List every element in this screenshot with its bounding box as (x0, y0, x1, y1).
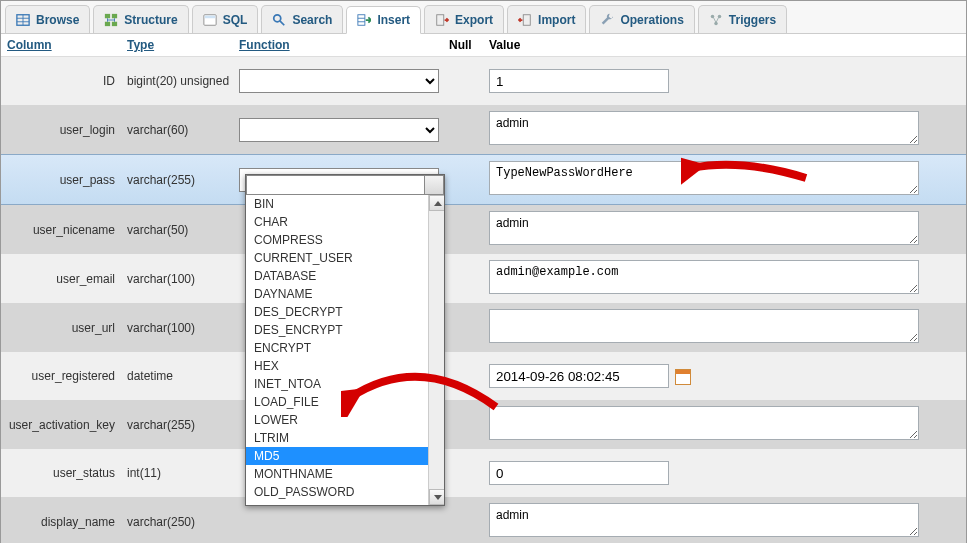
column-name: user_login (7, 123, 127, 137)
tab-label: Insert (377, 13, 410, 27)
function-select[interactable] (239, 69, 439, 93)
column-type: varchar(60) (127, 123, 239, 137)
svg-rect-16 (523, 14, 530, 25)
row-display_name: display_namevarchar(250) (1, 497, 966, 543)
tab-operations[interactable]: Operations (589, 5, 694, 33)
row-user_login: user_loginvarchar(60) (1, 105, 966, 154)
svg-rect-4 (105, 13, 110, 17)
row-user_activation_key: user_activation_keyvarchar(255) (1, 400, 966, 449)
tab-import[interactable]: Import (507, 5, 586, 33)
dropdown-item-current_user[interactable]: CURRENT_USER (246, 249, 444, 267)
function-cell (239, 118, 449, 142)
sql-icon (203, 13, 217, 27)
header-type[interactable]: Type (127, 38, 154, 52)
search-icon (272, 13, 286, 27)
dropdown-item-ltrim[interactable]: LTRIM (246, 429, 444, 447)
value-textarea[interactable] (489, 260, 919, 294)
dropdown-item-password[interactable]: PASSWORD (246, 501, 444, 505)
dropdown-item-des_decrypt[interactable]: DES_DECRYPT (246, 303, 444, 321)
tab-sql[interactable]: SQL (192, 5, 259, 33)
tab-label: Search (292, 13, 332, 27)
scroll-down-icon[interactable] (429, 489, 444, 505)
column-type: varchar(255) (127, 173, 239, 187)
svg-rect-7 (112, 21, 117, 25)
import-icon (518, 13, 532, 27)
dropdown-item-char[interactable]: CHAR (246, 213, 444, 231)
function-dropdown-list[interactable]: BINCHARCOMPRESSCURRENT_USERDATABASEDAYNA… (246, 195, 444, 505)
dropdown-item-monthname[interactable]: MONTHNAME (246, 465, 444, 483)
dropdown-item-des_encrypt[interactable]: DES_ENCRYPT (246, 321, 444, 339)
tab-search[interactable]: Search (261, 5, 343, 33)
column-type: datetime (127, 369, 239, 383)
dropdown-item-lower[interactable]: LOWER (246, 411, 444, 429)
value-cell (489, 260, 960, 297)
dropdown-item-md5[interactable]: MD5 (246, 447, 444, 465)
function-dropdown-head[interactable] (246, 175, 444, 195)
value-cell (489, 364, 960, 388)
value-input[interactable] (489, 69, 669, 93)
structure-icon (104, 13, 118, 27)
svg-line-11 (280, 20, 284, 24)
tab-bar: Browse Structure SQL Search Insert Expor… (1, 1, 966, 34)
dropdown-item-encrypt[interactable]: ENCRYPT (246, 339, 444, 357)
calendar-icon[interactable] (675, 369, 691, 385)
wrench-icon (600, 13, 614, 27)
column-name: user_activation_key (7, 418, 127, 432)
dropdown-item-dayname[interactable]: DAYNAME (246, 285, 444, 303)
value-cell (489, 461, 960, 485)
row-user_url: user_urlvarchar(100) (1, 303, 966, 352)
tab-browse[interactable]: Browse (5, 5, 90, 33)
column-type: varchar(250) (127, 515, 239, 529)
value-cell (489, 503, 960, 540)
svg-rect-15 (437, 14, 444, 25)
value-input[interactable] (489, 364, 669, 388)
function-select[interactable] (239, 118, 439, 142)
value-textarea[interactable] (489, 211, 919, 245)
tab-label: Triggers (729, 13, 776, 27)
tab-export[interactable]: Export (424, 5, 504, 33)
insert-icon (357, 13, 371, 27)
column-type: varchar(100) (127, 321, 239, 335)
tab-triggers[interactable]: Triggers (698, 5, 787, 33)
scroll-up-icon[interactable] (429, 195, 444, 211)
svg-rect-5 (112, 13, 117, 17)
tab-insert[interactable]: Insert (346, 6, 421, 34)
header-null: Null (449, 38, 472, 52)
function-dropdown-open[interactable]: BINCHARCOMPRESSCURRENT_USERDATABASEDAYNA… (245, 174, 445, 506)
tab-structure[interactable]: Structure (93, 5, 188, 33)
dropdown-item-database[interactable]: DATABASE (246, 267, 444, 285)
dropdown-item-load_file[interactable]: LOAD_FILE (246, 393, 444, 411)
column-type: varchar(100) (127, 272, 239, 286)
value-textarea[interactable] (489, 309, 919, 343)
column-name: display_name (7, 515, 127, 529)
value-textarea[interactable] (489, 406, 919, 440)
header-column[interactable]: Column (7, 38, 52, 52)
dropdown-item-hex[interactable]: HEX (246, 357, 444, 375)
column-name: user_url (7, 321, 127, 335)
svg-rect-6 (105, 21, 110, 25)
insert-form-rows: IDbigint(20) unsigneduser_loginvarchar(6… (1, 57, 966, 543)
dropdown-item-compress[interactable]: COMPRESS (246, 231, 444, 249)
dropdown-item-inet_ntoa[interactable]: INET_NTOA (246, 375, 444, 393)
value-textarea[interactable] (489, 111, 919, 145)
column-name: user_status (7, 466, 127, 480)
dropdown-item-bin[interactable]: BIN (246, 195, 444, 213)
row-user_pass: user_passvarchar(255) (1, 154, 966, 205)
header-value: Value (489, 38, 520, 52)
tab-label: Structure (124, 13, 177, 27)
column-type: bigint(20) unsigned (127, 74, 239, 88)
dropdown-scrollbar[interactable] (428, 195, 444, 505)
value-textarea[interactable] (489, 503, 919, 537)
dropdown-item-old_password[interactable]: OLD_PASSWORD (246, 483, 444, 501)
column-name: user_registered (7, 369, 127, 383)
tab-label: Operations (620, 13, 683, 27)
value-cell (489, 309, 960, 346)
tab-label: Browse (36, 13, 79, 27)
header-function[interactable]: Function (239, 38, 290, 52)
row-ID: IDbigint(20) unsigned (1, 57, 966, 105)
svg-rect-9 (204, 15, 215, 18)
value-input[interactable] (489, 461, 669, 485)
value-textarea[interactable] (489, 161, 919, 195)
value-cell (489, 69, 960, 93)
column-name: user_nicename (7, 223, 127, 237)
